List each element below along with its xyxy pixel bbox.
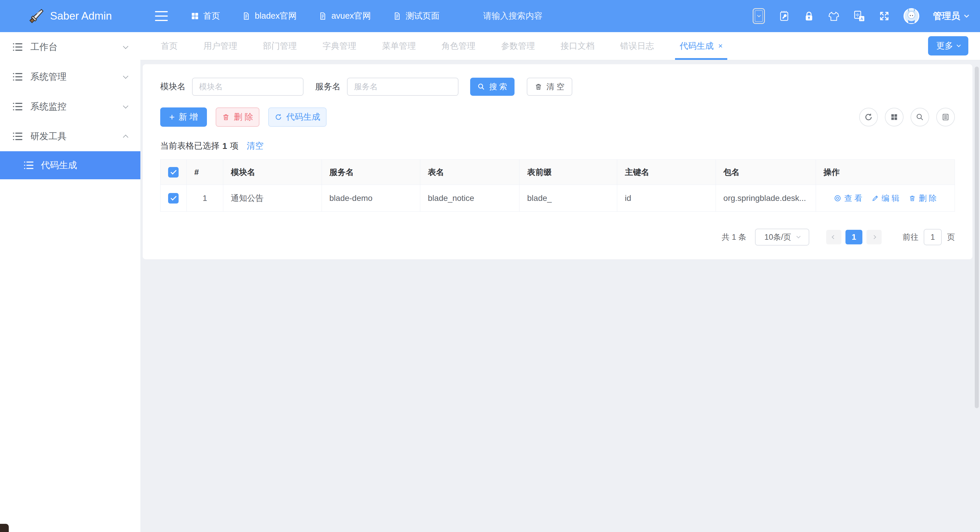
selection-prefix: 当前表格已选择 — [160, 140, 220, 152]
tab-param-mgmt[interactable]: 参数管理 — [501, 32, 535, 60]
refresh-button[interactable] — [859, 108, 878, 126]
next-page-button[interactable] — [867, 230, 881, 244]
lock-icon[interactable] — [803, 11, 815, 22]
bottom-left-corner-fragment — [0, 524, 9, 532]
fullscreen-icon[interactable] — [879, 11, 890, 22]
sidebar-item-workbench[interactable]: 工作台 — [0, 32, 140, 62]
doc-icon — [242, 12, 250, 20]
nav-item-testpage[interactable]: 测试页面 — [393, 10, 439, 22]
selection-count: 1 — [223, 141, 227, 151]
top-menu-collapse-button[interactable] — [752, 8, 765, 24]
clear-button[interactable]: 清 空 — [527, 78, 572, 96]
codegen-table: # 模块名 服务名 表名 表前缀 主键名 包名 操作 — [160, 159, 955, 212]
header-main: 首页 bladex官网 avuex官网 — [140, 0, 980, 32]
chevron-down-icon — [796, 234, 800, 238]
sidebar-item-label: 代码生成 — [41, 159, 77, 171]
chevron-right-icon — [872, 235, 876, 239]
row-checkbox[interactable] — [168, 193, 178, 204]
col-service: 服务名 — [321, 160, 420, 185]
pagination: 共 1 条 10条/页 1 前往 页 — [160, 229, 955, 245]
scrollbar-thumb[interactable] — [975, 67, 979, 408]
delete-button[interactable]: 删 除 — [216, 107, 259, 127]
list-icon — [24, 161, 34, 170]
chevron-up-icon — [123, 135, 128, 140]
tab-role-mgmt[interactable]: 角色管理 — [442, 32, 476, 60]
nav-label: 测试页面 — [406, 10, 439, 22]
cell-pk: id — [617, 185, 716, 212]
nav-label: 首页 — [203, 10, 220, 22]
goto-page-input[interactable] — [924, 229, 942, 245]
list-icon — [13, 132, 23, 141]
view-icon — [834, 194, 842, 202]
module-name-input[interactable] — [192, 78, 304, 96]
page-unit-label: 页 — [947, 232, 955, 242]
global-search-input[interactable]: 请输入搜索内容 — [483, 10, 542, 22]
col-pk: 主键名 — [617, 160, 716, 185]
cell-prefix: blade_ — [519, 185, 617, 212]
code-generate-button[interactable]: 代码生成 — [268, 107, 326, 127]
translate-icon[interactable]: 中 A — [853, 10, 865, 22]
nav-label: bladex官网 — [255, 10, 296, 22]
search-icon — [477, 83, 485, 91]
cell-index: 1 — [186, 185, 223, 212]
row-edit-link[interactable]: 编 辑 — [872, 193, 900, 204]
sidebar-item-label: 工作台 — [30, 41, 57, 53]
selection-suffix: 项 — [230, 140, 239, 152]
current-page-button[interactable]: 1 — [845, 230, 862, 244]
theme-shirt-icon[interactable] — [828, 10, 840, 22]
debug-tools-icon[interactable] — [778, 10, 790, 22]
app-logo: Saber Admin — [0, 0, 140, 32]
grid-view-button[interactable] — [885, 108, 904, 126]
table-row: 1 通知公告 blade-demo blade_notice blade_ id… — [161, 185, 955, 212]
goto-label: 前往 — [903, 232, 918, 242]
tab-home[interactable]: 首页 — [161, 32, 178, 60]
grid-icon — [890, 113, 898, 121]
sidebar-item-label: 研发工具 — [30, 130, 67, 142]
svg-text:中: 中 — [856, 13, 860, 18]
nav-item-avuex[interactable]: avuex官网 — [319, 10, 371, 22]
tab-menu-mgmt[interactable]: 菜单管理 — [382, 32, 416, 60]
scrollbar-track[interactable] — [973, 60, 980, 532]
sidebar-item-system-mgmt[interactable]: 系统管理 — [0, 62, 140, 92]
sidebar-item-dev-tools[interactable]: 研发工具 — [0, 121, 140, 151]
cell-module: 通知公告 — [223, 185, 322, 212]
list-icon — [13, 43, 23, 51]
user-menu[interactable]: 管理员 — [933, 10, 968, 22]
page-size-select[interactable]: 10条/页 — [755, 229, 809, 245]
row-delete-link[interactable]: 删 除 — [909, 193, 937, 204]
cell-package: org.springblade.desk... — [716, 185, 816, 212]
selection-clear-link[interactable]: 清空 — [247, 140, 264, 152]
tab-user-mgmt[interactable]: 用户管理 — [204, 32, 237, 60]
user-avatar[interactable] — [903, 8, 920, 24]
table-header-row: # 模块名 服务名 表名 表前缀 主键名 包名 操作 — [161, 160, 955, 185]
sidebar: 工作台 系统管理 系统监控 研发工具 代码生成 — [0, 32, 140, 532]
refresh-icon — [275, 113, 282, 121]
tab-dict-mgmt[interactable]: 字典管理 — [323, 32, 356, 60]
tab-error-log[interactable]: 错误日志 — [620, 32, 654, 60]
nav-item-home[interactable]: 首页 — [191, 10, 220, 22]
service-name-input[interactable] — [347, 78, 458, 96]
sidebar-item-code-generation[interactable]: 代码生成 — [0, 151, 140, 179]
row-select-cell — [161, 185, 187, 212]
tab-code-generation[interactable]: 代码生成 × — [680, 32, 722, 60]
chevron-down-icon — [964, 13, 969, 18]
sword-icon — [29, 8, 45, 24]
hamburger-menu-icon[interactable] — [155, 11, 168, 21]
column-settings-button[interactable] — [936, 108, 955, 126]
search-button[interactable]: 搜 索 — [470, 78, 514, 96]
prev-page-button[interactable] — [826, 230, 842, 244]
chevron-down-icon — [757, 13, 761, 17]
select-all-checkbox[interactable] — [168, 167, 178, 178]
tab-dept-mgmt[interactable]: 部门管理 — [263, 32, 297, 60]
close-icon[interactable]: × — [718, 41, 722, 51]
chevron-down-icon — [123, 43, 128, 49]
row-view-link[interactable]: 查 看 — [834, 193, 862, 204]
nav-item-bladex[interactable]: bladex官网 — [242, 10, 296, 22]
add-button[interactable]: + 新 增 — [160, 107, 207, 127]
module-name-label: 模块名 — [160, 81, 186, 92]
more-tabs-button[interactable]: 更多 — [928, 36, 968, 56]
top-header: Saber Admin 首页 bladex官网 — [0, 0, 980, 32]
tab-api-doc[interactable]: 接口文档 — [561, 32, 595, 60]
sidebar-item-system-monitor[interactable]: 系统监控 — [0, 92, 140, 121]
column-search-button[interactable] — [910, 108, 929, 126]
